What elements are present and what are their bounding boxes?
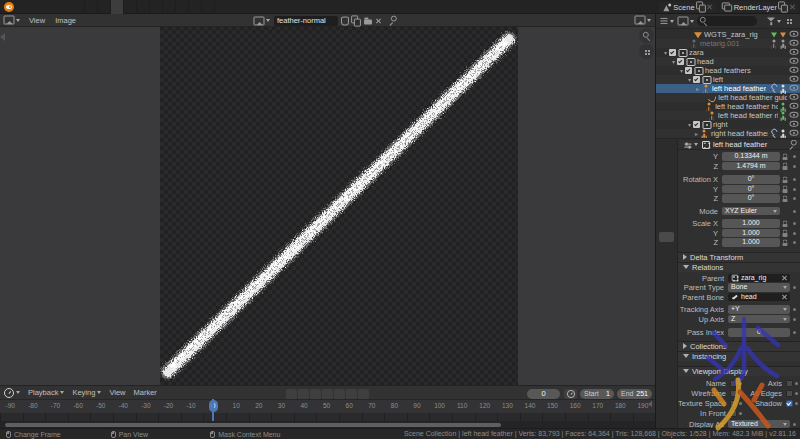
transport-button[interactable] (310, 389, 321, 399)
properties-tab-icon[interactable] (659, 316, 674, 326)
image-viewport[interactable] (0, 27, 656, 385)
expander-icon[interactable]: ▾ (686, 76, 693, 83)
outliner-display-mode[interactable] (658, 17, 675, 25)
expander-icon[interactable]: ▸ (694, 85, 701, 92)
workspace-tab[interactable] (72, 0, 85, 14)
number-field[interactable]: 1.000 (722, 238, 780, 247)
properties-tab-icon[interactable] (659, 302, 674, 312)
animate-dot[interactable] (739, 402, 742, 405)
outliner-row[interactable]: ▾ head (656, 57, 800, 66)
animate-dot[interactable] (793, 318, 796, 321)
up-axis-dropdown[interactable]: Z (728, 315, 790, 324)
transport-button[interactable] (334, 389, 345, 399)
pan-gizmo[interactable] (639, 44, 654, 59)
toolbar-expand-icon[interactable] (0, 33, 5, 41)
animate-dot[interactable] (793, 188, 796, 191)
timeline-scrollbar[interactable] (0, 421, 655, 428)
animate-dot[interactable] (793, 232, 796, 235)
parent-field[interactable]: zara_rig (728, 274, 790, 283)
outliner-row[interactable]: ▾ zara (656, 48, 800, 57)
unlink-image-icon[interactable] (375, 18, 381, 24)
workspace-tab[interactable] (137, 0, 150, 14)
lock-icon[interactable] (780, 229, 790, 237)
animate-dot[interactable] (739, 392, 742, 395)
workspace-tab[interactable] (124, 0, 137, 14)
properties-tab-icon[interactable] (659, 204, 674, 214)
timeline-tracks[interactable] (0, 413, 655, 421)
fake-user-icon[interactable] (341, 17, 349, 25)
properties-tab-icon[interactable] (659, 274, 674, 284)
number-field[interactable]: 0° (722, 194, 780, 203)
workspace-tab[interactable] (163, 0, 176, 14)
lock-icon[interactable] (780, 239, 790, 247)
animate-dot[interactable] (793, 222, 796, 225)
lock-icon[interactable] (780, 185, 790, 193)
outliner-row[interactable]: ▾ left (656, 75, 800, 84)
transport-button[interactable] (286, 389, 297, 399)
animate-dot[interactable] (793, 155, 796, 158)
panel-instancing[interactable]: Instancing (678, 351, 800, 361)
outliner-options-icon[interactable] (785, 17, 793, 25)
properties-tab-icon[interactable] (659, 190, 674, 200)
unlink-layer-icon[interactable] (789, 4, 795, 10)
unlink-scene-icon[interactable] (707, 4, 713, 10)
new-scene-icon[interactable] (697, 3, 705, 11)
expander-icon[interactable]: ▾ (670, 58, 677, 65)
panel-delta-transform[interactable]: Delta Transform (678, 252, 800, 262)
new-layer-icon[interactable] (779, 3, 787, 11)
number-field[interactable]: 0.13344 m (722, 152, 780, 161)
region-arrow-icon[interactable] (648, 401, 652, 407)
checkbox[interactable] (730, 390, 737, 397)
properties-tab-icon[interactable] (659, 218, 674, 228)
selectability-checkbox[interactable] (693, 121, 700, 128)
panel-relations[interactable]: Relations (678, 262, 800, 272)
outliner-row[interactable]: ▾ head feathers (656, 66, 800, 75)
scrollbar-thumb[interactable] (5, 423, 501, 427)
checkbox[interactable] (786, 400, 793, 407)
lock-icon[interactable] (780, 176, 790, 184)
properties-type-button[interactable] (682, 140, 699, 149)
scene-selector[interactable]: Scene (659, 2, 715, 13)
workspace-tab[interactable] (111, 0, 124, 14)
properties-tab-icon[interactable] (659, 148, 674, 158)
properties-tab-icon[interactable] (659, 162, 674, 172)
properties-tab-icon[interactable] (659, 176, 674, 186)
timeline-menu-item[interactable]: Playback (24, 385, 68, 400)
outliner-row[interactable]: ▾ right (656, 120, 800, 129)
expander-icon[interactable]: ▸ (693, 130, 700, 137)
lock-icon[interactable] (780, 162, 790, 170)
checkbox[interactable] (730, 410, 737, 417)
outliner-row[interactable]: left head feather hook (656, 102, 800, 111)
selectability-checkbox[interactable] (685, 67, 692, 74)
outliner-row[interactable]: ▸ right head feather (656, 129, 800, 138)
properties-tab-icon[interactable] (659, 246, 674, 256)
pass-index-field[interactable]: 0 (728, 328, 790, 337)
animate-dot[interactable] (739, 382, 742, 385)
checkbox[interactable] (786, 380, 793, 387)
display-channels-button[interactable] (635, 16, 651, 24)
browse-image-button[interactable] (253, 17, 271, 25)
workspace-tab[interactable] (98, 0, 111, 14)
animate-dot[interactable] (795, 402, 798, 405)
clear-bone-icon[interactable] (781, 294, 787, 300)
new-image-icon[interactable] (352, 17, 360, 25)
filter-icon[interactable] (767, 17, 775, 25)
workspace-tab[interactable] (150, 0, 163, 14)
frame-end-field[interactable]: End 251 (617, 389, 652, 399)
zoom-gizmo[interactable] (639, 28, 654, 43)
properties-tab-icon[interactable] (659, 232, 674, 242)
number-field[interactable]: 1.000 (722, 219, 780, 228)
selectability-checkbox[interactable] (693, 76, 700, 83)
selectability-checkbox[interactable] (669, 49, 676, 56)
transport-button[interactable] (346, 389, 357, 399)
transport-button[interactable] (358, 389, 369, 399)
editor-type-button[interactable] (0, 16, 24, 24)
animate-dot[interactable] (793, 308, 796, 311)
eye-icon[interactable] (790, 129, 798, 139)
animate-dot[interactable] (793, 178, 796, 181)
expander-icon[interactable]: ▾ (678, 67, 685, 74)
workspace-tab[interactable] (189, 0, 202, 14)
lock-icon[interactable] (780, 153, 790, 161)
number-field[interactable]: 0° (722, 175, 780, 184)
animate-dot[interactable] (793, 423, 796, 426)
